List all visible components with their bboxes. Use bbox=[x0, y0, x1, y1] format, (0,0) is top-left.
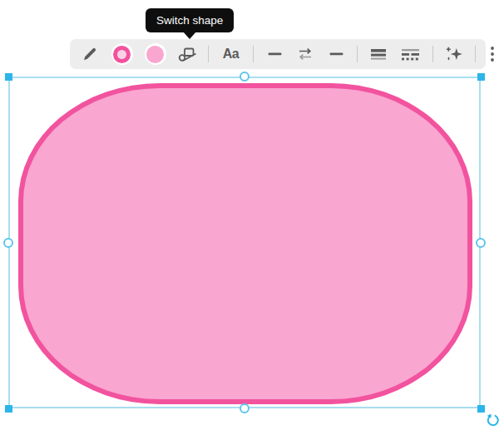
resize-handle-w[interactable] bbox=[3, 238, 13, 248]
toolbar-separator bbox=[475, 46, 476, 62]
context-toolbar: Aa bbox=[70, 39, 486, 69]
rotate-icon bbox=[486, 413, 500, 428]
text-style-button[interactable]: Aa bbox=[220, 42, 242, 66]
resize-handle-s[interactable] bbox=[240, 403, 250, 413]
magic-button[interactable] bbox=[444, 42, 464, 66]
toolbar-separator bbox=[432, 46, 433, 62]
pencil-icon bbox=[82, 46, 98, 62]
resize-handle-e[interactable] bbox=[476, 238, 486, 248]
line-end-button[interactable] bbox=[326, 42, 346, 66]
rotate-handle[interactable] bbox=[486, 413, 500, 428]
line-style-icon bbox=[400, 47, 421, 62]
swap-direction-button[interactable] bbox=[295, 42, 315, 66]
sparkles-icon bbox=[445, 46, 463, 62]
kebab-menu-icon bbox=[490, 46, 495, 62]
more-options-button[interactable] bbox=[487, 42, 498, 66]
fill-color-swatch bbox=[145, 43, 166, 65]
tooltip-caret bbox=[183, 32, 196, 39]
switch-shape-button[interactable] bbox=[177, 42, 197, 66]
edit-button[interactable] bbox=[80, 42, 100, 66]
toolbar-separator bbox=[208, 46, 209, 62]
resize-handle-nw[interactable] bbox=[5, 73, 12, 81]
resize-handle-ne[interactable] bbox=[477, 73, 485, 81]
canvas[interactable]: Aa bbox=[0, 0, 504, 435]
selected-shape-rounded-rectangle[interactable] bbox=[18, 83, 472, 404]
resize-handle-n[interactable] bbox=[240, 72, 250, 82]
tooltip-text: Switch shape bbox=[156, 14, 223, 27]
dash-icon bbox=[329, 52, 343, 57]
toolbar-separator bbox=[357, 46, 358, 62]
tooltip: Switch shape bbox=[146, 8, 234, 32]
dash-icon bbox=[268, 52, 282, 57]
stroke-color-button[interactable] bbox=[111, 42, 133, 66]
resize-handle-sw[interactable] bbox=[5, 405, 12, 413]
fill-color-button[interactable] bbox=[144, 42, 166, 66]
line-style-button[interactable] bbox=[399, 42, 422, 66]
line-start-button[interactable] bbox=[264, 42, 284, 66]
swap-arrows-icon bbox=[297, 47, 314, 62]
line-weight-button[interactable] bbox=[368, 42, 388, 66]
resize-handle-se[interactable] bbox=[477, 405, 485, 413]
switch-shape-icon bbox=[178, 47, 197, 62]
toolbar-separator bbox=[253, 46, 254, 62]
text-style-label: Aa bbox=[223, 47, 239, 62]
line-weight-icon bbox=[369, 47, 388, 62]
stroke-color-swatch bbox=[111, 43, 133, 65]
